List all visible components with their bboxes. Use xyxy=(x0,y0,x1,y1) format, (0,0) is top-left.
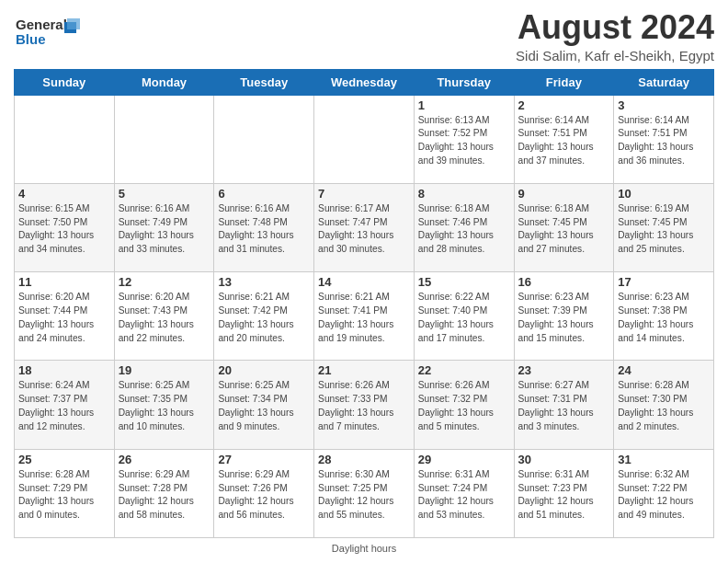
calendar-cell xyxy=(214,95,314,183)
header: General Blue August 2024 Sidi Salim, Kaf… xyxy=(14,9,714,63)
calendar-cell: 30Sunrise: 6:31 AM Sunset: 7:23 PM Dayli… xyxy=(514,449,614,537)
day-info: Sunrise: 6:14 AM Sunset: 7:51 PM Dayligh… xyxy=(518,114,610,168)
day-number: 30 xyxy=(518,453,610,466)
day-info: Sunrise: 6:14 AM Sunset: 7:51 PM Dayligh… xyxy=(618,114,710,168)
calendar-cell: 9Sunrise: 6:18 AM Sunset: 7:45 PM Daylig… xyxy=(514,183,614,271)
day-number: 31 xyxy=(618,453,710,466)
calendar-cell: 25Sunrise: 6:28 AM Sunset: 7:29 PM Dayli… xyxy=(15,449,115,537)
calendar-cell xyxy=(114,95,214,183)
calendar-cell xyxy=(314,95,415,183)
day-header-monday: Monday xyxy=(114,69,214,95)
day-number: 15 xyxy=(418,275,510,289)
day-number: 26 xyxy=(119,453,210,466)
calendar-cell: 16Sunrise: 6:23 AM Sunset: 7:39 PM Dayli… xyxy=(514,272,614,361)
calendar-cell: 29Sunrise: 6:31 AM Sunset: 7:24 PM Dayli… xyxy=(414,449,514,537)
calendar-cell: 19Sunrise: 6:25 AM Sunset: 7:35 PM Dayli… xyxy=(114,361,214,449)
day-header-saturday: Saturday xyxy=(614,69,714,95)
calendar-cell: 10Sunrise: 6:19 AM Sunset: 7:45 PM Dayli… xyxy=(614,183,714,271)
week-row-1: 1Sunrise: 6:13 AM Sunset: 7:52 PM Daylig… xyxy=(15,95,714,183)
day-number: 16 xyxy=(518,275,610,289)
day-header-thursday: Thursday xyxy=(414,69,514,95)
week-row-4: 18Sunrise: 6:24 AM Sunset: 7:37 PM Dayli… xyxy=(15,361,714,449)
page: General Blue August 2024 Sidi Salim, Kaf… xyxy=(0,0,728,563)
calendar-cell: 20Sunrise: 6:25 AM Sunset: 7:34 PM Dayli… xyxy=(214,361,314,449)
day-number: 3 xyxy=(618,98,710,112)
day-info: Sunrise: 6:21 AM Sunset: 7:42 PM Dayligh… xyxy=(218,291,310,345)
calendar-cell: 15Sunrise: 6:22 AM Sunset: 7:40 PM Dayli… xyxy=(414,272,514,361)
day-number: 27 xyxy=(218,453,310,466)
day-info: Sunrise: 6:27 AM Sunset: 7:31 PM Dayligh… xyxy=(518,379,610,433)
day-number: 7 xyxy=(318,187,410,201)
footer: Daylight hours xyxy=(14,543,714,554)
day-number: 13 xyxy=(218,275,310,289)
daylight-label: Daylight hours xyxy=(332,543,396,554)
day-info: Sunrise: 6:20 AM Sunset: 7:43 PM Dayligh… xyxy=(119,291,210,345)
calendar-cell: 6Sunrise: 6:16 AM Sunset: 7:48 PM Daylig… xyxy=(214,183,314,271)
day-number: 17 xyxy=(618,275,710,289)
calendar-cell: 3Sunrise: 6:14 AM Sunset: 7:51 PM Daylig… xyxy=(614,95,714,183)
subtitle: Sidi Salim, Kafr el-Sheikh, Egypt xyxy=(516,48,714,63)
day-header-wednesday: Wednesday xyxy=(314,69,415,95)
calendar-cell: 13Sunrise: 6:21 AM Sunset: 7:42 PM Dayli… xyxy=(214,272,314,361)
day-number: 14 xyxy=(318,275,410,289)
day-info: Sunrise: 6:25 AM Sunset: 7:35 PM Dayligh… xyxy=(119,379,210,433)
calendar-cell: 18Sunrise: 6:24 AM Sunset: 7:37 PM Dayli… xyxy=(15,361,115,449)
day-info: Sunrise: 6:30 AM Sunset: 7:25 PM Dayligh… xyxy=(318,468,410,523)
calendar-cell: 22Sunrise: 6:26 AM Sunset: 7:32 PM Dayli… xyxy=(414,361,514,449)
day-number: 28 xyxy=(318,453,410,466)
day-number: 12 xyxy=(119,275,210,289)
calendar-table: SundayMondayTuesdayWednesdayThursdayFrid… xyxy=(14,69,714,538)
calendar-cell: 28Sunrise: 6:30 AM Sunset: 7:25 PM Dayli… xyxy=(314,449,415,537)
day-info: Sunrise: 6:23 AM Sunset: 7:39 PM Dayligh… xyxy=(518,291,610,345)
day-info: Sunrise: 6:29 AM Sunset: 7:28 PM Dayligh… xyxy=(119,468,210,523)
day-info: Sunrise: 6:19 AM Sunset: 7:45 PM Dayligh… xyxy=(618,202,710,257)
day-info: Sunrise: 6:29 AM Sunset: 7:26 PM Dayligh… xyxy=(218,468,310,523)
day-info: Sunrise: 6:26 AM Sunset: 7:32 PM Dayligh… xyxy=(418,379,510,433)
week-row-3: 11Sunrise: 6:20 AM Sunset: 7:44 PM Dayli… xyxy=(15,272,714,361)
calendar-cell: 21Sunrise: 6:26 AM Sunset: 7:33 PM Dayli… xyxy=(314,361,415,449)
day-info: Sunrise: 6:25 AM Sunset: 7:34 PM Dayligh… xyxy=(218,379,310,433)
calendar-cell: 11Sunrise: 6:20 AM Sunset: 7:44 PM Dayli… xyxy=(15,272,115,361)
logo: General Blue xyxy=(14,13,80,53)
calendar-cell: 1Sunrise: 6:13 AM Sunset: 7:52 PM Daylig… xyxy=(414,95,514,183)
day-number: 29 xyxy=(418,453,510,466)
day-info: Sunrise: 6:16 AM Sunset: 7:48 PM Dayligh… xyxy=(218,202,310,257)
day-info: Sunrise: 6:31 AM Sunset: 7:23 PM Dayligh… xyxy=(518,468,610,523)
calendar-cell: 8Sunrise: 6:18 AM Sunset: 7:46 PM Daylig… xyxy=(414,183,514,271)
day-info: Sunrise: 6:13 AM Sunset: 7:52 PM Dayligh… xyxy=(418,114,510,168)
calendar-cell: 27Sunrise: 6:29 AM Sunset: 7:26 PM Dayli… xyxy=(214,449,314,537)
main-title: August 2024 xyxy=(516,9,714,46)
day-number: 23 xyxy=(518,363,610,377)
day-number: 11 xyxy=(18,275,110,289)
day-info: Sunrise: 6:17 AM Sunset: 7:47 PM Dayligh… xyxy=(318,202,410,257)
calendar-body: 1Sunrise: 6:13 AM Sunset: 7:52 PM Daylig… xyxy=(15,95,714,537)
day-number: 4 xyxy=(18,187,110,201)
day-header-tuesday: Tuesday xyxy=(214,69,314,95)
day-info: Sunrise: 6:22 AM Sunset: 7:40 PM Dayligh… xyxy=(418,291,510,345)
day-header-sunday: Sunday xyxy=(15,69,115,95)
day-number: 22 xyxy=(418,363,510,377)
day-info: Sunrise: 6:16 AM Sunset: 7:49 PM Dayligh… xyxy=(119,202,210,257)
day-number: 21 xyxy=(318,363,410,377)
day-number: 19 xyxy=(119,363,210,377)
calendar-cell: 7Sunrise: 6:17 AM Sunset: 7:47 PM Daylig… xyxy=(314,183,415,271)
days-header-row: SundayMondayTuesdayWednesdayThursdayFrid… xyxy=(15,69,714,95)
week-row-2: 4Sunrise: 6:15 AM Sunset: 7:50 PM Daylig… xyxy=(15,183,714,271)
svg-marker-3 xyxy=(67,18,80,29)
calendar-cell: 31Sunrise: 6:32 AM Sunset: 7:22 PM Dayli… xyxy=(614,449,714,537)
day-info: Sunrise: 6:28 AM Sunset: 7:30 PM Dayligh… xyxy=(618,379,710,433)
calendar-cell: 23Sunrise: 6:27 AM Sunset: 7:31 PM Dayli… xyxy=(514,361,614,449)
day-number: 18 xyxy=(18,363,110,377)
day-info: Sunrise: 6:28 AM Sunset: 7:29 PM Dayligh… xyxy=(18,468,110,523)
day-header-friday: Friday xyxy=(514,69,614,95)
calendar-cell: 14Sunrise: 6:21 AM Sunset: 7:41 PM Dayli… xyxy=(314,272,415,361)
svg-text:Blue: Blue xyxy=(16,31,46,47)
calendar-cell: 26Sunrise: 6:29 AM Sunset: 7:28 PM Dayli… xyxy=(114,449,214,537)
day-number: 9 xyxy=(518,187,610,201)
week-row-5: 25Sunrise: 6:28 AM Sunset: 7:29 PM Dayli… xyxy=(15,449,714,537)
day-number: 25 xyxy=(18,453,110,466)
day-info: Sunrise: 6:15 AM Sunset: 7:50 PM Dayligh… xyxy=(18,202,110,257)
calendar-cell: 24Sunrise: 6:28 AM Sunset: 7:30 PM Dayli… xyxy=(614,361,714,449)
day-info: Sunrise: 6:21 AM Sunset: 7:41 PM Dayligh… xyxy=(318,291,410,345)
calendar-header: SundayMondayTuesdayWednesdayThursdayFrid… xyxy=(15,69,714,95)
